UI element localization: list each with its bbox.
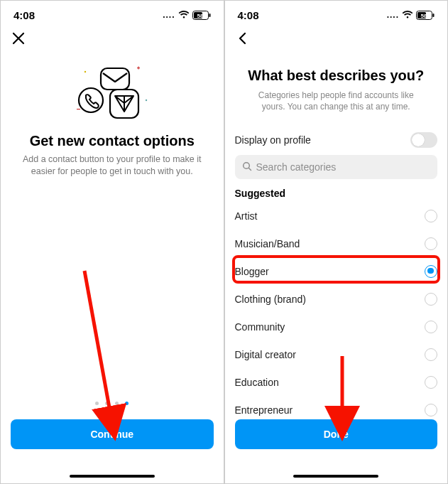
home-indicator[interactable] xyxy=(293,475,378,478)
category-radio[interactable] xyxy=(425,293,437,306)
category-radio[interactable] xyxy=(425,376,437,389)
battery-number: 58 xyxy=(197,12,203,18)
category-label: Digital creator xyxy=(235,349,296,360)
category-row[interactable]: Blogger xyxy=(225,257,448,285)
battery-icon: 58 xyxy=(192,11,211,20)
category-radio[interactable] xyxy=(425,265,437,278)
category-row[interactable]: Artist xyxy=(225,202,448,230)
signal-dots-icon: .... xyxy=(387,10,399,20)
page-title: Get new contact options xyxy=(12,133,212,149)
category-label: Musician/Band xyxy=(235,238,300,249)
display-on-profile-row: Display on profile xyxy=(225,132,448,148)
wifi-icon xyxy=(402,11,413,19)
category-radio[interactable] xyxy=(425,321,437,333)
screen-category-select: 4:08 .... 58 What best describes you? Ca… xyxy=(224,0,449,484)
svg-rect-8 xyxy=(101,68,129,90)
contact-illustration xyxy=(70,65,155,122)
category-row[interactable]: Community xyxy=(225,313,448,340)
battery-icon: 58 xyxy=(416,11,435,20)
display-on-profile-toggle[interactable] xyxy=(410,132,437,148)
status-time: 4:08 xyxy=(238,9,259,21)
svg-point-9 xyxy=(79,88,103,112)
svg-point-6 xyxy=(146,100,147,101)
status-time: 4:08 xyxy=(13,9,35,21)
svg-rect-5 xyxy=(138,67,138,70)
category-label: Entrepreneur xyxy=(235,404,293,416)
category-label: Clothing (brand) xyxy=(235,294,306,305)
category-radio[interactable] xyxy=(425,404,437,416)
status-indicators: .... 58 xyxy=(163,10,210,20)
status-bar: 4:08 .... 58 xyxy=(1,1,224,26)
category-row[interactable]: Digital creator xyxy=(225,340,448,368)
category-radio[interactable] xyxy=(425,237,437,250)
display-on-profile-label: Display on profile xyxy=(235,134,311,146)
home-indicator[interactable] xyxy=(70,475,155,478)
page-dot xyxy=(95,402,99,405)
page-subtitle: Categories help people find accounts lik… xyxy=(225,90,448,112)
category-radio[interactable] xyxy=(425,210,437,222)
wifi-icon xyxy=(178,11,190,19)
svg-rect-13 xyxy=(433,14,435,17)
svg-rect-7 xyxy=(77,109,80,109)
svg-point-3 xyxy=(84,71,86,72)
status-indicators: .... 58 xyxy=(387,10,435,20)
page-dot xyxy=(105,402,109,405)
page-subtitle: Add a contact button to your profile to … xyxy=(1,154,224,178)
continue-button[interactable]: Continue xyxy=(11,419,214,449)
svg-rect-2 xyxy=(209,14,210,17)
search-placeholder: Search categories xyxy=(256,161,337,173)
status-bar: 4:08 .... 58 xyxy=(225,1,448,26)
back-icon[interactable] xyxy=(234,29,252,48)
page-dot-active xyxy=(125,402,129,405)
category-row[interactable]: Musician/Band xyxy=(225,230,448,257)
search-icon xyxy=(242,161,252,173)
page-indicator xyxy=(1,402,224,405)
done-button[interactable]: Done xyxy=(235,419,438,449)
search-input[interactable]: Search categories xyxy=(235,155,438,179)
category-list: ArtistMusician/BandBloggerClothing (bran… xyxy=(225,202,448,424)
nav-bar xyxy=(1,26,224,50)
category-label: Blogger xyxy=(235,266,269,277)
page-title: What best describes you? xyxy=(239,68,434,84)
category-row[interactable]: Education xyxy=(225,368,448,396)
svg-text:58: 58 xyxy=(421,12,427,18)
category-row[interactable]: Clothing (brand) xyxy=(225,285,448,313)
category-label: Education xyxy=(235,377,279,388)
signal-dots-icon: .... xyxy=(163,10,175,20)
page-dot xyxy=(115,402,119,405)
category-radio[interactable] xyxy=(425,348,437,361)
screen-contact-options: 4:08 .... 58 xyxy=(0,0,224,484)
category-label: Community xyxy=(235,321,285,333)
category-label: Artist xyxy=(235,210,258,222)
nav-bar xyxy=(225,26,448,50)
close-icon[interactable] xyxy=(9,29,28,48)
suggested-heading: Suggested xyxy=(225,179,448,202)
